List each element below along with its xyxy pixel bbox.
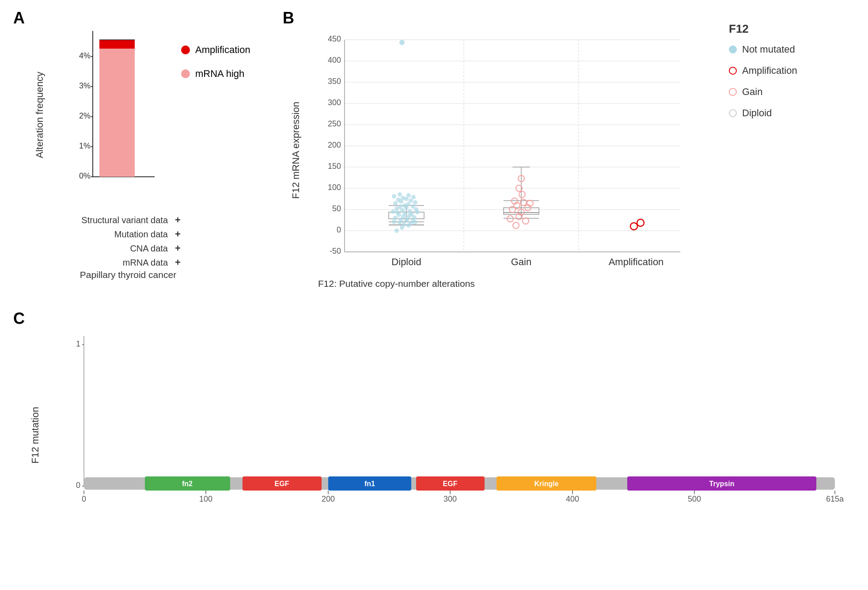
scatter-dot-outlier [399, 40, 405, 45]
svg-text:1%: 1% [79, 141, 91, 150]
svg-text:EGF: EGF [443, 480, 458, 487]
svg-text:500: 500 [688, 495, 701, 503]
svg-text:-50: -50 [330, 247, 341, 255]
scatter-dot [393, 201, 398, 206]
b-legend-diploid: Diploid [729, 107, 844, 119]
scatter-dot [406, 193, 411, 198]
scatter-svg: -50 0 50 100 150 200 250 300 350 400 450… [318, 27, 716, 274]
legend-mrna-high: mRNA high [181, 68, 269, 80]
panel-a-y-axis-label: Alteration frequency [22, 27, 57, 203]
panel-a-legend: Amplification mRNA high [181, 44, 269, 92]
legend-mrna-high-label: mRNA high [195, 68, 244, 80]
svg-text:400: 400 [566, 495, 579, 503]
scatter-dot [392, 194, 396, 198]
svg-text:0: 0 [82, 495, 86, 503]
svg-text:50: 50 [332, 204, 341, 213]
structural-variant-plus: + [175, 214, 181, 226]
b-legend-not-mutated-label: Not mutated [742, 44, 795, 55]
bar-mrna-high [99, 49, 135, 177]
b-legend-diploid-dot [729, 109, 737, 117]
scatter-dot [401, 196, 405, 200]
bar-chart-area: 0% 1% 2% 3% 4% [66, 27, 181, 203]
scatter-dot [406, 202, 410, 206]
scatter-dot [394, 228, 399, 233]
svg-text:0%: 0% [79, 171, 91, 180]
scatter-dot-amp [630, 223, 637, 230]
mrna-data-plus: + [175, 257, 181, 268]
panel-a: A Alteration frequency 0% 1% 2% [13, 9, 269, 283]
svg-text:200: 200 [322, 495, 335, 503]
b-legend-title: F12 [729, 22, 844, 36]
svg-text:fn1: fn1 [364, 480, 375, 487]
mutation-data-plus: + [175, 228, 181, 240]
svg-text:Diploid: Diploid [391, 256, 421, 267]
scatter-area: -50 0 50 100 150 200 250 300 350 400 450… [318, 27, 716, 274]
legend-amplification-label: Amplification [195, 44, 250, 56]
b-legend-amplification-label: Amplification [742, 65, 797, 76]
scatter-dot [391, 209, 395, 214]
scatter-dot-amp [637, 219, 644, 226]
legend-mrna-high-dot [181, 69, 190, 78]
b-legend-gain: Gain [729, 86, 844, 98]
bar-amplification [99, 40, 135, 49]
svg-text:100: 100 [328, 183, 341, 192]
mrna-data-row: mRNA data + [27, 257, 256, 268]
scatter-y-label: F12 mRNA expression [283, 27, 309, 274]
panel-c: C F12 mutation 0 1 [13, 309, 857, 570]
svg-text:250: 250 [328, 119, 341, 128]
svg-text:400: 400 [328, 56, 341, 65]
scatter-dot [411, 204, 415, 209]
b-legend: F12 Not mutated Amplification Gain Diplo… [729, 22, 844, 129]
bar-chart-svg: 0% 1% 2% 3% 4% [66, 27, 181, 203]
scatter-dot [413, 200, 417, 205]
svg-text:Gain: Gain [511, 256, 531, 267]
svg-text:0: 0 [76, 481, 80, 490]
b-legend-gain-label: Gain [742, 86, 762, 98]
legend-amplification-dot [181, 46, 190, 54]
main-container: A Alteration frequency 0% 1% 2% [0, 0, 868, 590]
scatter-dot [398, 205, 402, 209]
structural-variant-label: Structural variant data [27, 215, 168, 225]
svg-text:450: 450 [328, 34, 341, 43]
scatter-dot-gain [523, 218, 529, 224]
svg-text:EGF: EGF [275, 480, 289, 487]
svg-text:300: 300 [328, 98, 341, 107]
data-info: Structural variant data + Mutation data … [27, 214, 256, 271]
scatter-dot [402, 222, 406, 227]
svg-text:0: 0 [337, 225, 341, 234]
svg-text:300: 300 [443, 495, 457, 503]
cna-data-label: CNA data [27, 244, 168, 254]
b-legend-not-mutated-dot [729, 46, 737, 53]
b-legend-gain-dot [729, 88, 737, 96]
scatter-dot [392, 220, 396, 224]
svg-text:Amplification: Amplification [609, 256, 664, 267]
svg-text:200: 200 [328, 141, 341, 149]
legend-amplification: Amplification [181, 44, 269, 56]
scatter-dot [395, 210, 400, 215]
lollipop-area: 0 1 fn2 EGF [57, 327, 848, 544]
svg-text:Trypsin: Trypsin [709, 480, 735, 487]
svg-text:fn2: fn2 [182, 480, 193, 487]
scatter-dot [409, 198, 413, 203]
mutation-data-label: Mutation data [27, 229, 168, 240]
svg-text:4%: 4% [79, 51, 91, 60]
panel-b: B F12 mRNA expression [283, 9, 857, 292]
svg-text:3%: 3% [79, 81, 91, 90]
scatter-dot [398, 192, 402, 197]
panel-c-label: C [13, 309, 25, 328]
scatter-dot-gain [507, 216, 513, 222]
b-legend-amplification-dot [729, 67, 737, 75]
panel-a-label: A [13, 9, 25, 27]
b-legend-diploid-label: Diploid [742, 107, 772, 119]
scatter-dot-gain [513, 222, 519, 228]
scatter-x-label: F12: Putative copy-number alterations [318, 278, 716, 289]
svg-text:2%: 2% [79, 111, 91, 120]
mutation-data-row: Mutation data + [27, 228, 256, 240]
cancer-label: Papillary thyroid cancer [13, 270, 243, 280]
svg-text:150: 150 [328, 162, 341, 171]
svg-text:100: 100 [199, 495, 212, 503]
scatter-dot [408, 209, 412, 213]
scatter-dot [393, 216, 398, 220]
c-y-label: F12 mutation [18, 327, 53, 544]
cna-data-plus: + [175, 243, 181, 254]
